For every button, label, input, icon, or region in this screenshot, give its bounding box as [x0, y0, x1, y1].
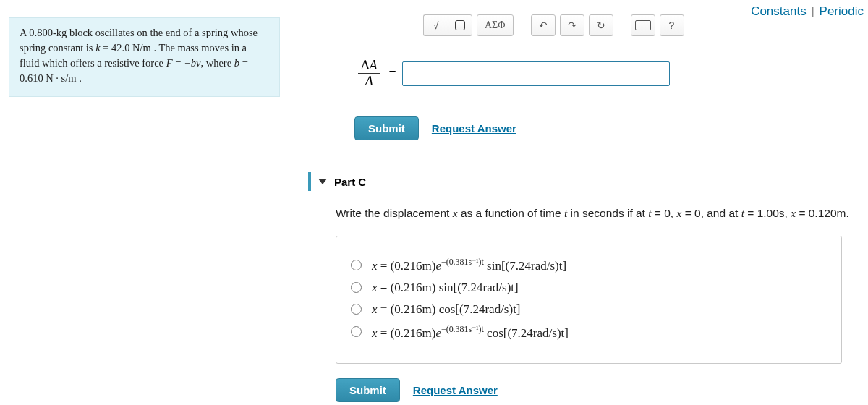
text: A — [20, 27, 29, 38]
greek-tool[interactable]: ΑΣΦ — [477, 14, 514, 36]
k-value: 42.0 N/m — [111, 42, 151, 54]
request-answer-link-part-c[interactable]: Request Answer — [413, 384, 498, 396]
var-b: b — [234, 57, 239, 69]
choice-2[interactable]: x = (0.216m) sin[(7.24rad/s)t] — [351, 281, 827, 295]
reset-tool[interactable]: ↻ — [589, 14, 613, 36]
chevron-down-icon — [318, 179, 327, 184]
radio-choice-3[interactable] — [351, 304, 362, 315]
denominator: A — [358, 74, 380, 89]
request-answer-link[interactable]: Request Answer — [432, 122, 516, 135]
mass-value: 0.800-kg — [29, 27, 67, 38]
choices-box: x = (0.216m)e−(0.381s⁻¹)t sin[(7.24rad/s… — [336, 236, 842, 364]
radio-choice-4[interactable] — [351, 326, 362, 337]
answer-input[interactable] — [402, 61, 670, 86]
choice-3[interactable]: x = (0.216m) cos[(7.24rad/s)t] — [351, 302, 827, 317]
choice-4[interactable]: x = (0.216m)e−(0.381s⁻¹)t cos[(7.24rad/s… — [351, 324, 827, 341]
radio-choice-2[interactable] — [351, 282, 362, 293]
keyboard-tool[interactable] — [631, 14, 655, 36]
var-F: F — [166, 57, 173, 69]
submit-button[interactable]: Submit — [354, 116, 419, 140]
part-c-prompt: Write the displacement x as a function o… — [336, 207, 861, 220]
b-value: 0.610 N · s/m — [20, 72, 77, 84]
template-tool[interactable] — [448, 14, 472, 36]
keyboard-icon — [635, 20, 651, 30]
help-tool[interactable]: ? — [660, 14, 684, 36]
answer-row: ΔA A = — [358, 58, 861, 89]
submit-button-part-c[interactable]: Submit — [336, 378, 400, 402]
part-c-header[interactable]: Part C — [308, 172, 861, 191]
text: = — [239, 57, 248, 69]
text: . — [77, 72, 82, 84]
choice-1[interactable]: x = (0.216m)e−(0.381s⁻¹)t sin[(7.24rad/s… — [351, 257, 827, 273]
equals-sign: = — [389, 66, 396, 81]
part-c-label: Part C — [334, 176, 366, 188]
radio-choice-1[interactable] — [351, 260, 362, 270]
sqrt-tool[interactable]: √ — [423, 14, 448, 36]
equation-toolbar: √ ΑΣΦ ↶ ↷ ↻ ? — [423, 14, 861, 36]
text: = — [173, 57, 184, 69]
undo-tool[interactable]: ↶ — [531, 14, 556, 36]
problem-statement: A 0.800-kg block oscillates on the end o… — [9, 17, 280, 97]
text: , where — [200, 57, 234, 69]
numerator: ΔA — [358, 58, 380, 74]
redo-tool[interactable]: ↷ — [560, 14, 584, 36]
bv-term: −bv — [184, 57, 200, 69]
fraction-label: ΔA A — [358, 58, 380, 89]
text: = — [101, 42, 111, 54]
